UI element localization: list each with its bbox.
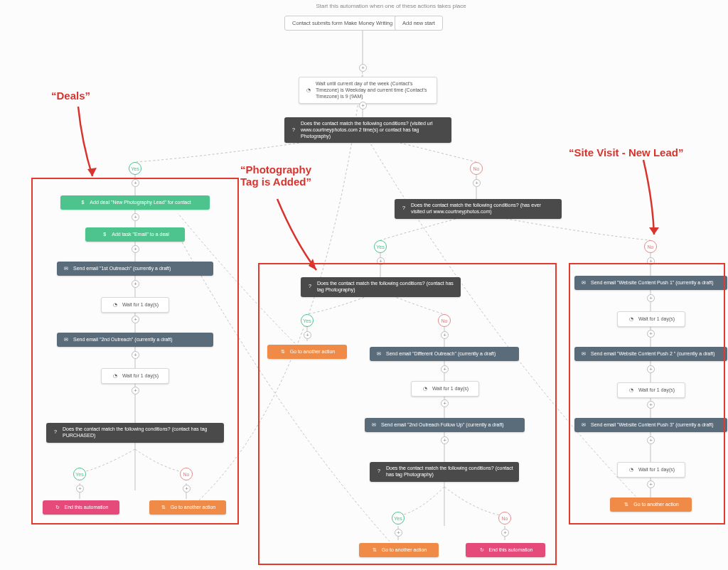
wait-weekday-node[interactable]: ◔ Wait until current day of the week (Co…	[299, 77, 437, 104]
condition-root-text: Does the contact match the following con…	[301, 121, 446, 139]
add-action-plus[interactable]: +	[359, 102, 367, 109]
yes-bubble: Yes	[129, 162, 141, 175]
annotation-box-photo	[258, 263, 557, 565]
start-trigger-1[interactable]: Contact submits form Make Money Writing	[284, 16, 400, 31]
add-action-plus[interactable]: +	[359, 64, 367, 72]
clock-icon: ◔	[305, 87, 312, 94]
start-prompt: Start this automation when one of these …	[299, 3, 483, 9]
condition-ever-visited[interactable]: ? Does the contact match the following c…	[395, 199, 562, 219]
add-new-start-button[interactable]: Add new start	[395, 16, 443, 31]
yes-bubble: Yes	[374, 240, 387, 253]
annotation-box-deals	[31, 178, 239, 525]
wait-weekday-text: Wait until current day of the week (Cont…	[316, 81, 431, 100]
svg-marker-2	[649, 227, 659, 235]
condition-root[interactable]: ? Does the contact match the following c…	[284, 117, 451, 143]
annotation-site: “Site Visit - New Lead”	[569, 146, 683, 158]
add-action-plus[interactable]: +	[473, 179, 481, 187]
annotation-photo: “Photography Tag is Added”	[240, 163, 311, 188]
no-bubble: No	[470, 162, 483, 175]
annotation-deals: “Deals”	[51, 90, 90, 102]
no-bubble: No	[644, 240, 657, 253]
question-icon: ?	[290, 127, 297, 134]
annotation-box-site	[569, 263, 725, 525]
svg-marker-0	[87, 168, 97, 176]
question-icon: ?	[400, 205, 407, 213]
